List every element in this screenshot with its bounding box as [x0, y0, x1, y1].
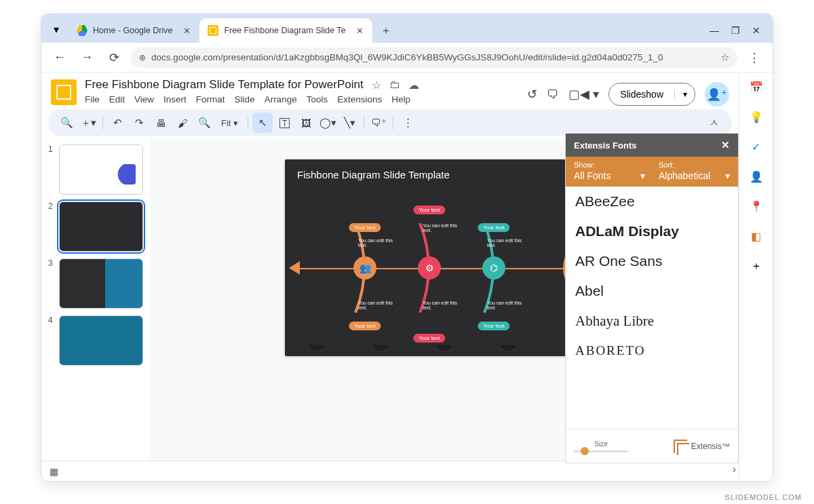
close-panel-icon[interactable]: ✕ — [721, 139, 730, 151]
bone-hint[interactable]: You can edit this text. — [487, 301, 528, 310]
image-icon[interactable]: 🖼 — [296, 113, 316, 133]
slides-logo-icon[interactable] — [51, 79, 77, 105]
network-icon: ⌬ — [482, 256, 505, 279]
font-item[interactable]: ADLaM Display — [566, 216, 738, 246]
maximize-button[interactable]: ❐ — [731, 25, 740, 36]
textbox-icon[interactable]: 🅃 — [274, 113, 294, 133]
collapse-toolbar-icon[interactable]: ㅅ — [703, 113, 724, 133]
bookmark-icon[interactable]: ☆ — [720, 52, 729, 64]
minimize-button[interactable]: — — [710, 25, 719, 36]
zoom-icon[interactable]: 🔍 — [194, 113, 214, 133]
tab-slides[interactable]: Free Fishbone Diagram Slide Te ✕ — [199, 18, 372, 43]
font-list[interactable]: ABeeZee ADLaM Display AR One Sans Abel A… — [566, 187, 738, 429]
close-icon[interactable]: ✕ — [182, 26, 191, 35]
grid-view-icon[interactable]: ▦ — [50, 466, 58, 477]
tab-drive[interactable]: Home - Google Drive ✕ — [69, 18, 199, 43]
tab-strip: ▾ Home - Google Drive ✕ Free Fishbone Di… — [41, 14, 773, 43]
close-icon[interactable]: ✕ — [355, 26, 364, 35]
font-item[interactable]: AR One Sans — [566, 246, 738, 276]
select-tool-icon[interactable]: ↖ — [252, 113, 273, 133]
sort-dropdown[interactable]: Alphabetical▾ — [659, 170, 730, 181]
history-icon[interactable]: ↺ — [527, 87, 537, 102]
bone-label[interactable]: Your text — [349, 322, 381, 330]
menu-file[interactable]: File — [85, 94, 100, 104]
font-item[interactable]: Abhaya Libre — [566, 306, 738, 336]
menu-insert[interactable]: Insert — [163, 94, 187, 104]
menu-view[interactable]: View — [134, 94, 154, 104]
slide-title[interactable]: Fishbone Diagram Slide Template — [285, 159, 604, 190]
show-dropdown[interactable]: All Fonts▾ — [574, 170, 645, 181]
bone-hint[interactable]: You can edit this text. — [423, 301, 463, 310]
add-addon-icon[interactable]: ＋ — [749, 258, 764, 273]
star-doc-icon[interactable]: ☆ — [372, 79, 381, 92]
menu-extensions[interactable]: Extensions — [337, 94, 382, 104]
bone-label[interactable]: Your text — [478, 322, 509, 330]
reload-button[interactable]: ⟳ — [104, 47, 124, 68]
chevron-down-icon: ▾ — [725, 170, 730, 181]
line-icon[interactable]: ╲▾ — [339, 113, 360, 133]
move-doc-icon[interactable]: 🗀 — [389, 79, 400, 91]
menu-help[interactable]: Help — [391, 94, 410, 104]
site-info-icon[interactable]: ⊕ — [139, 53, 146, 62]
fishbone-diagram: 👥 Your text You can edit this text. You … — [292, 193, 597, 343]
bone-hint[interactable]: You can edit this text. — [487, 238, 528, 248]
new-tab-button[interactable]: ＋ — [376, 21, 395, 40]
bone-hint[interactable]: You can edit this text. — [423, 223, 463, 233]
forward-button[interactable]: → — [77, 47, 97, 68]
slide-thumbnail[interactable] — [59, 258, 143, 309]
print-icon[interactable]: 🖶 — [151, 113, 171, 133]
comments-icon[interactable]: 🗨 — [547, 88, 559, 102]
browser-menu-button[interactable]: ⋮ — [744, 47, 764, 68]
bone-label[interactable]: Your text — [349, 223, 381, 232]
menu-bar: File Edit View Insert Format Slide Arran… — [85, 94, 519, 104]
addon-icon[interactable]: ◧ — [749, 229, 764, 244]
slide-thumbnail[interactable] — [59, 201, 143, 252]
bone-label[interactable]: Your text — [413, 206, 445, 214]
meet-icon[interactable]: ▢◀ ▾ — [568, 87, 599, 102]
font-item[interactable]: ABORETO — [566, 336, 738, 365]
close-window-button[interactable]: ✕ — [752, 25, 760, 36]
menu-arrange[interactable]: Arrange — [265, 94, 297, 104]
calendar-icon[interactable]: 📅 — [749, 79, 764, 94]
size-slider[interactable] — [574, 450, 628, 452]
doc-title[interactable]: Free Fishbone Diagram Slide Template for… — [85, 78, 364, 92]
extensis-fonts-panel: Extensis Fonts ✕ Show: All Fonts▾ Sort: … — [565, 133, 739, 463]
new-slide-icon[interactable]: ＋▾ — [78, 113, 98, 133]
cloud-status-icon[interactable]: ☁ — [408, 79, 419, 92]
keep-icon[interactable]: 💡 — [749, 109, 764, 124]
zoom-select[interactable]: Fit ▾ — [216, 113, 244, 133]
slide[interactable]: Fishbone Diagram Slide Template 👥 Your t… — [285, 159, 604, 356]
slideshow-label[interactable]: Slideshow — [609, 89, 674, 100]
bone-hint[interactable]: You can edit this text. — [358, 301, 399, 310]
search-menus-icon[interactable]: 🔍 — [56, 113, 77, 133]
bone-label[interactable]: Your text — [478, 223, 509, 232]
bone-hint[interactable]: You can edit this text. — [358, 238, 399, 248]
slideshow-dropdown[interactable]: ▾ — [674, 90, 695, 99]
font-item[interactable]: Abel — [566, 276, 738, 306]
paint-format-icon[interactable]: 🖌 — [172, 113, 193, 133]
menu-slide[interactable]: Slide — [235, 94, 255, 104]
slide-thumbnail[interactable] — [59, 144, 143, 195]
thumbnail-panel[interactable]: 1 2 3 4 — [41, 139, 150, 461]
bone-label[interactable]: Your text — [413, 334, 445, 343]
shape-icon[interactable]: ◯▾ — [317, 113, 338, 133]
share-button[interactable]: 👤⁺ — [705, 82, 729, 106]
back-button[interactable]: ← — [50, 47, 70, 68]
side-panel-rail: 📅 💡 ✓ 👤 📍 ◧ ＋ — [739, 73, 773, 481]
contacts-icon[interactable]: 👤 — [749, 169, 764, 184]
comment-add-icon[interactable]: 🗨⁺ — [368, 113, 389, 133]
font-item[interactable]: ABeeZee — [566, 187, 738, 216]
tasks-icon[interactable]: ✓ — [749, 139, 764, 154]
search-tabs-button[interactable]: ▾ — [47, 20, 66, 39]
redo-icon[interactable]: ↷ — [129, 113, 149, 133]
more-tools-icon[interactable]: ⋮ — [398, 113, 418, 133]
menu-format[interactable]: Format — [196, 94, 225, 104]
url-input[interactable]: ⊕ docs.google.com/presentation/d/1aKzgbb… — [131, 47, 737, 68]
expand-sidebar-icon[interactable]: › — [733, 463, 736, 476]
slideshow-button[interactable]: Slideshow ▾ — [608, 83, 695, 106]
menu-tools[interactable]: Tools — [307, 94, 328, 104]
maps-icon[interactable]: 📍 — [749, 199, 764, 214]
slide-thumbnail[interactable] — [59, 315, 143, 366]
menu-edit[interactable]: Edit — [109, 94, 125, 104]
undo-icon[interactable]: ↶ — [107, 113, 128, 133]
